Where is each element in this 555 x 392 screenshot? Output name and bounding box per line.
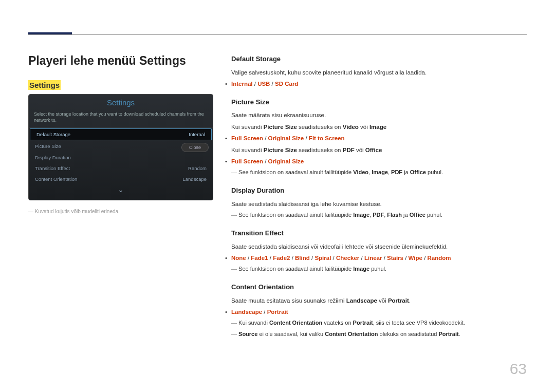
opt: Fade1 <box>251 255 268 261</box>
opt: Fade2 <box>273 255 290 261</box>
opt: USB <box>257 81 270 87</box>
options-picture-size-1: Full Screen / Original Size / Fit to Scr… <box>231 134 527 143</box>
panel-row-value: Random <box>188 165 207 171</box>
opt: Original Size <box>268 158 304 164</box>
opt: Linear <box>364 255 382 261</box>
opt: Full Screen <box>231 135 263 141</box>
panel-row-display-duration: Display Duration <box>29 152 213 163</box>
opt: Internal <box>231 81 253 87</box>
opt: Spiral <box>314 255 331 261</box>
options-picture-size-2: Full Screen / Original Size <box>231 157 527 166</box>
panel-row-label: Transition Effect <box>35 165 70 171</box>
picture-size-when-video-image: Kui suvandi Picture Size seadistuseks on… <box>231 122 527 132</box>
panel-row-value: Internal <box>189 132 205 137</box>
section-desc: Saate seadistada slaidiseansi või videof… <box>231 242 527 251</box>
header-rule <box>28 34 527 35</box>
options-transition-effect: None / Fade1 / Fade2 / Blind / Spiral / … <box>231 253 527 263</box>
opt: Wipe <box>409 255 422 261</box>
opt: Blind <box>295 255 310 261</box>
section-desc: Saate seadistada slaidiseansi iga lehe k… <box>231 199 527 209</box>
transition-effect-note: See funktsioon on saadaval ainult failit… <box>231 265 527 274</box>
opt: Full Screen <box>231 158 263 164</box>
content-orientation-note-2: Source ei ole saadaval, kui valiku Conte… <box>231 330 527 339</box>
opt: Original Size <box>268 135 304 141</box>
opt: Landscape <box>231 309 262 315</box>
panel-description: Select the storage location that you wan… <box>29 109 213 128</box>
section-title-default-storage: Default Storage <box>231 54 527 65</box>
panel-row-transition-effect: Transition Effect Random <box>29 163 213 174</box>
opt: Checker <box>336 255 359 261</box>
opt: Fit to Screen <box>309 135 345 141</box>
image-footnote: Kuvatud kujutis võib mudeliti erineda. <box>28 209 213 214</box>
section-desc: Valige salvestuskoht, kuhu soovite plane… <box>231 68 527 77</box>
settings-panel-screenshot: Settings Select the storage location tha… <box>28 94 213 200</box>
panel-row-label: Display Duration <box>35 155 71 160</box>
panel-row-value: Landscape <box>183 176 207 182</box>
content-orientation-note-1: Kui suvandi Content Orientation vaateks … <box>231 319 527 328</box>
section-desc: Saate muuta esitatava sisu suunaks režii… <box>231 296 527 305</box>
page-number: 63 <box>510 360 527 378</box>
close-button: Close <box>181 143 209 152</box>
section-desc: Saate määrata sisu ekraanisuuruse. <box>231 110 527 120</box>
opt: Portrait <box>267 309 288 315</box>
picture-size-note: See funktsioon on saadaval ainult failit… <box>231 168 527 177</box>
opt: None <box>231 255 246 261</box>
options-content-orientation: Landscape / Portrait <box>231 307 527 316</box>
panel-row-picture-size: Picture Size <box>29 141 181 152</box>
section-title-content-orientation: Content Orientation <box>231 282 527 293</box>
display-duration-note: See funktsioon on saadaval ainult failit… <box>231 211 527 220</box>
right-column: Default Storage Valige salvestuskoht, ku… <box>231 54 527 341</box>
page-title: Playeri lehe menüü Settings <box>28 54 213 68</box>
section-title-transition-effect: Transition Effect <box>231 228 527 239</box>
panel-row-label: Picture Size <box>35 143 61 149</box>
section-title-display-duration: Display Duration <box>231 185 527 196</box>
panel-row-content-orientation: Content Orientation Landscape <box>29 174 213 184</box>
options-default-storage: Internal / USB / SD Card <box>231 79 527 88</box>
panel-row-default-storage: Default Storage Internal <box>30 128 212 140</box>
panel-row-label: Default Storage <box>36 132 70 137</box>
section-title-picture-size: Picture Size <box>231 97 527 108</box>
panel-row-label: Content Orientation <box>35 176 77 182</box>
panel-title: Settings <box>29 95 213 109</box>
opt: Stairs <box>387 255 403 261</box>
opt: SD Card <box>275 81 298 87</box>
opt: Random <box>428 255 451 261</box>
settings-highlight: Settings <box>28 80 61 90</box>
chevron-down-icon: ⌄ <box>29 184 213 194</box>
picture-size-when-pdf-office: Kui suvandi Picture Size seadistuseks on… <box>231 145 527 155</box>
left-column: Playeri lehe menüü Settings Settings Set… <box>28 54 213 341</box>
